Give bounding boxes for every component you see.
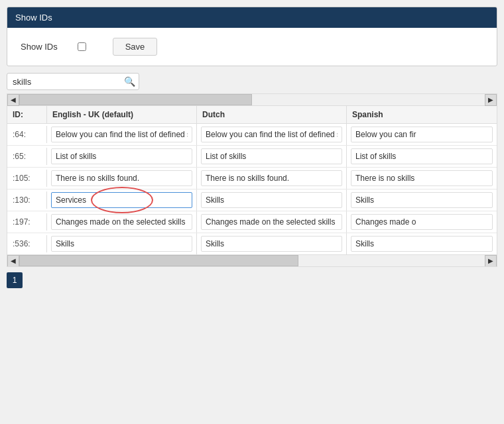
search-box: 🔍: [7, 73, 139, 90]
row-cell-en: [47, 211, 197, 233]
cell-input-en[interactable]: [51, 214, 192, 230]
scroll-left-arrow-bottom[interactable]: ◀: [7, 255, 19, 267]
cell-input-nl[interactable]: [201, 170, 342, 186]
cell-input-nl[interactable]: [201, 127, 342, 142]
table-row: :65:: [7, 146, 497, 168]
search-icon: 🔍: [124, 76, 135, 87]
scroll-right-arrow-bottom[interactable]: ▶: [485, 255, 497, 267]
cell-input-en[interactable]: [51, 170, 192, 186]
row-cell-es: [347, 233, 497, 254]
cell-input-en[interactable]: [51, 127, 192, 142]
scroll-right-arrow[interactable]: ▶: [485, 94, 497, 106]
table-header: ID: English - UK (default) Dutch Spanish: [7, 106, 497, 124]
search-input[interactable]: [13, 77, 124, 87]
search-container: 🔍: [7, 73, 497, 90]
col-header-en: English - UK (default): [47, 106, 197, 123]
save-button[interactable]: Save: [113, 38, 158, 56]
row-id: :105:: [7, 170, 47, 187]
cell-input-services[interactable]: [51, 192, 192, 208]
col-header-nl: Dutch: [197, 106, 347, 123]
cell-input-nl[interactable]: [201, 148, 342, 164]
cell-input-nl[interactable]: [201, 192, 342, 208]
col-header-es: Spanish: [347, 106, 497, 123]
row-cell-en: [47, 146, 197, 167]
row-cell-nl: [197, 189, 347, 211]
row-cell-en: [47, 233, 197, 254]
data-table: ◀ ▶ ID: English - UK (default) Dutch Spa…: [7, 93, 497, 267]
row-id: :64:: [7, 126, 47, 143]
show-ids-label: Show IDs: [21, 42, 58, 52]
show-ids-checkbox[interactable]: [78, 42, 86, 51]
row-cell-nl: [197, 233, 347, 254]
row-cell-es: [347, 189, 497, 211]
cell-input-es[interactable]: [351, 127, 493, 142]
panel-header: Show IDs: [7, 7, 497, 28]
cell-input-nl[interactable]: [201, 236, 342, 252]
scroll-track-bottom[interactable]: [19, 255, 485, 266]
panel-title: Show IDs: [15, 13, 52, 23]
row-cell-nl: [197, 146, 347, 167]
table-row: :197:: [7, 211, 497, 233]
cell-input-es[interactable]: [351, 148, 493, 164]
row-cell-en: [47, 168, 197, 189]
row-id: :65:: [7, 148, 47, 165]
row-cell-nl: [197, 211, 347, 233]
table-row-highlighted: :130:: [7, 189, 497, 211]
table-body: :64: :65: :105:: [7, 124, 497, 254]
cell-input-es[interactable]: [351, 214, 493, 230]
cell-input-es[interactable]: [351, 236, 493, 252]
bottom-scrollbar[interactable]: ◀ ▶: [7, 254, 497, 266]
scroll-track-top[interactable]: [19, 94, 485, 105]
row-cell-en-services: [47, 189, 197, 211]
row-cell-nl: [197, 168, 347, 189]
table-row: :64:: [7, 124, 497, 146]
row-id: :130:: [7, 191, 47, 209]
row-cell-es: [347, 168, 497, 189]
top-scrollbar[interactable]: ◀ ▶: [7, 94, 497, 106]
cell-input-nl[interactable]: [201, 214, 342, 230]
row-id: :536:: [7, 235, 47, 252]
row-cell-es: [347, 146, 497, 167]
pagination: 1: [7, 272, 497, 288]
table-row: :536:: [7, 233, 497, 254]
cell-input-es[interactable]: [351, 192, 493, 208]
cell-input-en[interactable]: [51, 236, 192, 252]
show-ids-panel: Show IDs Show IDs Save: [7, 7, 497, 66]
row-id: :197:: [7, 213, 47, 231]
row-cell-nl: [197, 124, 347, 145]
cell-input-en[interactable]: [51, 148, 192, 164]
cell-input-es[interactable]: [351, 170, 493, 186]
scroll-left-arrow[interactable]: ◀: [7, 94, 19, 106]
page-1-button[interactable]: 1: [7, 272, 23, 288]
col-header-id: ID:: [7, 106, 47, 123]
table-row: :105:: [7, 168, 497, 189]
row-cell-es: [347, 124, 497, 145]
panel-body: Show IDs Save: [7, 28, 497, 66]
row-cell-en: [47, 124, 197, 145]
row-cell-es: [347, 211, 497, 233]
